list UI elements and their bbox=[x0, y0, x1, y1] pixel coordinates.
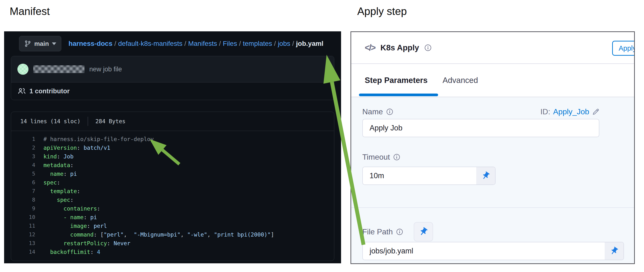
line-content: backoffLimit: 4 bbox=[44, 248, 100, 256]
id-value-link[interactable]: Apply_Job bbox=[553, 107, 589, 116]
breadcrumb-link-3[interactable]: templates bbox=[243, 40, 272, 47]
name-label-text: Name bbox=[362, 107, 383, 116]
file-content-box: 14 lines (14 sloc) 284 Bytes 1# harness.… bbox=[11, 112, 334, 261]
people-icon bbox=[18, 87, 26, 95]
line-content: # harness.io/skip-file-for-deploy bbox=[44, 135, 154, 143]
timeout-label-text: Timeout bbox=[362, 153, 390, 162]
commit-message[interactable]: new job file bbox=[89, 66, 122, 73]
code-line: 3kind: Job bbox=[11, 152, 334, 161]
line-content: apiVersion: batch/v1 bbox=[44, 143, 110, 152]
tab-advanced[interactable]: Advanced bbox=[442, 76, 478, 85]
name-input[interactable]: Apply Job bbox=[362, 119, 599, 137]
manifest-title: Manifest bbox=[10, 5, 50, 17]
line-content: command: ["perl", "-Mbignum=bpi", "-wle"… bbox=[44, 230, 274, 239]
code-line: 4metadata: bbox=[11, 161, 334, 170]
timeout-info-icon[interactable] bbox=[393, 154, 400, 161]
line-number[interactable]: 10 bbox=[11, 213, 44, 222]
breadcrumb-link-1[interactable]: Manifests bbox=[188, 40, 217, 47]
name-input-value: Apply Job bbox=[363, 124, 402, 132]
file-path-pin-button[interactable] bbox=[414, 222, 433, 241]
line-number[interactable]: 4 bbox=[11, 161, 44, 170]
breadcrumb-separator: / bbox=[112, 40, 118, 47]
code-line: 13 restartPolicy: Never bbox=[11, 239, 334, 248]
github-file-panel: main harness-docs/default-k8s-manifests/… bbox=[4, 31, 341, 263]
line-number[interactable]: 5 bbox=[11, 170, 44, 178]
form-section-divider bbox=[351, 207, 634, 208]
timeout-input[interactable]: 10m bbox=[362, 167, 496, 185]
commit-info-box: new job file 1 contributor bbox=[11, 56, 334, 100]
code-step-icon: </> bbox=[365, 43, 375, 53]
breadcrumb-separator: / bbox=[290, 40, 296, 47]
code-line: 6spec: bbox=[11, 178, 334, 187]
file-path-pin-toggle[interactable] bbox=[605, 242, 624, 260]
line-number[interactable]: 14 bbox=[11, 248, 44, 256]
line-number[interactable]: 8 bbox=[11, 196, 44, 204]
file-size-stat: 284 Bytes bbox=[95, 118, 126, 124]
step-header: </> K8s Apply Apply bbox=[351, 32, 634, 63]
redacted-author-name bbox=[33, 65, 84, 73]
breadcrumb-link-2[interactable]: Files bbox=[223, 40, 237, 47]
line-content: - name: pi bbox=[44, 213, 97, 222]
avatar[interactable] bbox=[18, 64, 28, 75]
file-header-row: main harness-docs/default-k8s-manifests/… bbox=[19, 36, 334, 52]
stats-divider bbox=[88, 117, 88, 126]
breadcrumb-current-file: job.yaml bbox=[296, 40, 324, 47]
name-info-icon[interactable] bbox=[386, 108, 393, 115]
line-number[interactable]: 6 bbox=[11, 178, 44, 187]
line-content: spec: bbox=[44, 196, 74, 204]
code-line: 12 command: ["perl", "-Mbignum=bpi", "-w… bbox=[11, 230, 334, 239]
file-path-label: File Path bbox=[362, 227, 403, 236]
code-line: 11 image: perl bbox=[11, 222, 334, 230]
line-content: containers: bbox=[44, 204, 100, 213]
line-content: name: pi bbox=[44, 170, 77, 178]
breadcrumb-separator: / bbox=[217, 40, 223, 47]
file-path-row: File Path bbox=[362, 222, 433, 241]
line-number[interactable]: 3 bbox=[11, 152, 44, 161]
line-number[interactable]: 13 bbox=[11, 239, 44, 248]
code-line: 10 - name: pi bbox=[11, 213, 334, 222]
file-path-input-value: jobs/job.yaml bbox=[363, 247, 413, 255]
code-line: 7 template: bbox=[11, 187, 334, 196]
contributors-row[interactable]: 1 contributor bbox=[11, 82, 334, 100]
line-number[interactable]: 12 bbox=[11, 230, 44, 239]
line-number[interactable]: 2 bbox=[11, 143, 44, 152]
file-path-input[interactable]: jobs/job.yaml bbox=[362, 242, 624, 260]
line-content: metadata: bbox=[44, 161, 74, 170]
breadcrumb-link-0[interactable]: default-k8s-manifests bbox=[118, 40, 182, 47]
branch-selector-button[interactable]: main bbox=[19, 36, 61, 51]
step-info-icon[interactable] bbox=[424, 44, 432, 51]
code-line: 1# harness.io/skip-file-for-deploy bbox=[11, 135, 334, 143]
step-title: K8s Apply bbox=[380, 43, 419, 52]
name-row: Name ID: Apply_Job bbox=[362, 107, 599, 116]
timeout-pin-toggle[interactable] bbox=[476, 167, 495, 185]
active-tab-underline bbox=[359, 94, 438, 96]
pushpin-icon bbox=[608, 245, 620, 258]
breadcrumb-separator: / bbox=[272, 40, 278, 47]
latest-commit-row: new job file bbox=[11, 56, 334, 82]
apply-step-title: Apply step bbox=[357, 5, 407, 17]
line-number[interactable]: 1 bbox=[11, 135, 44, 143]
file-path-info-icon[interactable] bbox=[396, 228, 403, 235]
line-content: spec: bbox=[44, 178, 60, 187]
line-content: image: perl bbox=[44, 222, 107, 230]
breadcrumb-link-4[interactable]: jobs bbox=[278, 40, 290, 47]
file-path-label-text: File Path bbox=[362, 227, 393, 236]
code-line: 5 name: pi bbox=[11, 170, 334, 178]
apply-changes-button[interactable]: Apply bbox=[612, 41, 635, 56]
breadcrumb-repo-link[interactable]: harness-docs bbox=[68, 40, 112, 47]
line-number[interactable]: 11 bbox=[11, 222, 44, 230]
line-content: template: bbox=[44, 187, 80, 196]
step-tabs: Step Parameters Advanced bbox=[351, 64, 634, 97]
pushpin-icon bbox=[416, 225, 430, 239]
tab-step-parameters[interactable]: Step Parameters bbox=[365, 76, 428, 85]
code-line: 9 containers: bbox=[11, 204, 334, 213]
branch-name: main bbox=[34, 40, 49, 47]
code-viewer: 1# harness.io/skip-file-for-deploy2apiVe… bbox=[11, 131, 334, 261]
line-number[interactable]: 7 bbox=[11, 187, 44, 196]
timeout-label: Timeout bbox=[362, 153, 400, 162]
edit-id-pencil-icon[interactable] bbox=[592, 108, 599, 115]
code-line: 14 backoffLimit: 4 bbox=[11, 248, 334, 256]
breadcrumb-separator: / bbox=[237, 40, 243, 47]
breadcrumb-separator: / bbox=[182, 40, 188, 47]
line-number[interactable]: 9 bbox=[11, 204, 44, 213]
